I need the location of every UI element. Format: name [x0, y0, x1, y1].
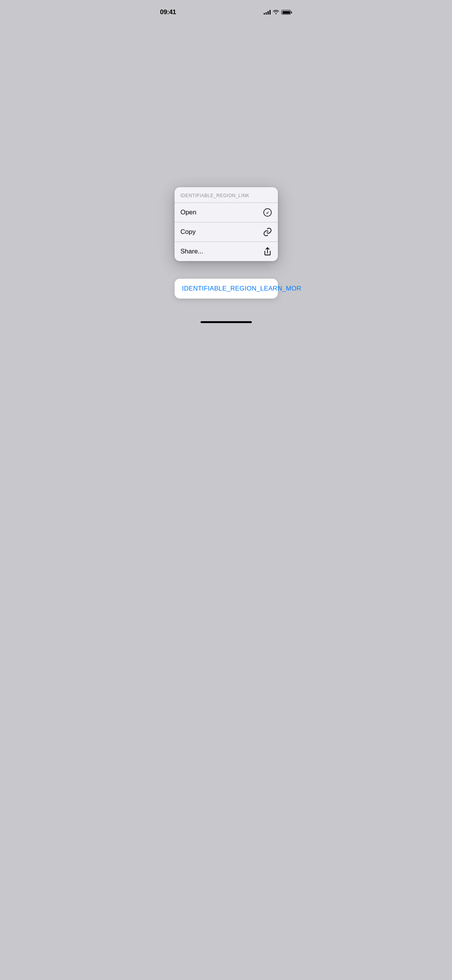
compass-icon [263, 208, 272, 217]
menu-item-share[interactable]: Share... [175, 242, 278, 261]
signal-bars-icon [264, 10, 271, 15]
signal-bar-1 [264, 13, 265, 15]
link-icon [263, 228, 272, 236]
status-icons [264, 9, 292, 16]
menu-item-open[interactable]: Open [175, 203, 278, 222]
svg-point-1 [267, 212, 268, 213]
signal-bar-2 [266, 12, 267, 15]
status-time: 09:41 [160, 8, 176, 16]
learn-more-button[interactable]: IDENTIFIABLE_REGION_LEARN_MORE [175, 279, 278, 299]
learn-more-label: IDENTIFIABLE_REGION_LEARN_MORE [182, 285, 302, 292]
share-icon [263, 247, 272, 256]
context-menu-header: IDENTIFIABLE_REGION_LINK [175, 187, 278, 203]
menu-item-share-label: Share... [181, 248, 204, 255]
home-indicator [201, 321, 252, 323]
menu-item-copy[interactable]: Copy [175, 222, 278, 242]
status-bar: 09:41 [151, 0, 301, 19]
signal-bar-4 [269, 10, 271, 15]
menu-item-copy-label: Copy [181, 228, 196, 236]
battery-icon [281, 10, 292, 15]
signal-bar-3 [268, 11, 269, 15]
wifi-icon [273, 9, 279, 16]
context-menu-title: IDENTIFIABLE_REGION_LINK [181, 193, 250, 198]
menu-item-open-label: Open [181, 209, 197, 216]
context-menu: IDENTIFIABLE_REGION_LINK Open Copy Share… [175, 187, 278, 261]
